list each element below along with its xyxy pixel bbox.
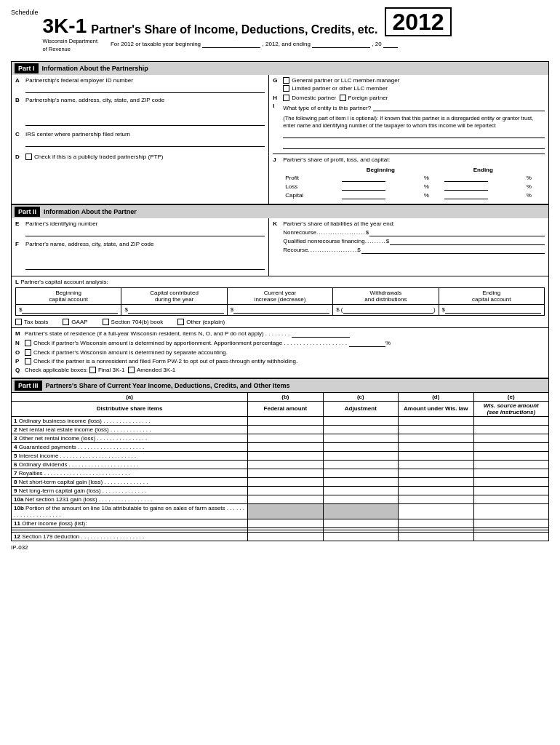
other-label: Other (explain): [186, 319, 225, 325]
row-e-field[interactable]: [25, 228, 265, 236]
tax-basis-checkbox[interactable]: [15, 319, 22, 325]
check-rows-section: M Partner's state of residence (if a ful…: [11, 328, 549, 378]
row-g-opt2: Limited partner or other LLC member: [292, 85, 388, 92]
part1-label: Part I: [15, 63, 39, 73]
form-title: Partner's Share of Income, Deductions, C…: [91, 19, 377, 36]
row-h-opt1: Domestic partner: [292, 95, 336, 101]
row-h-checkbox2[interactable]: [340, 95, 346, 101]
dept-line1: Wisconsin Department: [43, 36, 97, 44]
part2-left: E Partner's identifying number F Partner…: [12, 218, 269, 276]
row-c-field[interactable]: [25, 138, 265, 147]
col-c-label: Adjustment: [345, 405, 377, 412]
table-row: 8 Net short-term capital gain (loss) . .…: [12, 477, 549, 486]
table-row: 9 Net long-term capital gain (loss) . . …: [12, 486, 549, 495]
section704b-checkbox[interactable]: [103, 319, 109, 325]
schedule-label: Schedule: [11, 7, 39, 16]
dept-line2: of Revenue: [43, 44, 97, 52]
row-g-checkbox2[interactable]: [283, 85, 289, 92]
row-h: H Domestic partner Foreign partner: [273, 95, 545, 101]
cap-field5[interactable]: [445, 306, 541, 314]
cap-col2-h1: Capital contributed: [124, 290, 223, 296]
part3-title: Partners's Share of Current Year Income,…: [46, 382, 290, 389]
nonrecourse-dots: .....................$: [316, 229, 369, 236]
cap-col3-h1: Current year: [231, 290, 329, 296]
row-a-field[interactable]: [25, 84, 265, 93]
cap-field3[interactable]: [233, 306, 329, 314]
qualified-label: Qualified nonrecourse financing: [283, 238, 365, 244]
nonrecourse-label: Nonrecourse: [283, 229, 316, 236]
col-e-note: (see instructions): [476, 409, 546, 415]
row-g: G General partner or LLC member-manager …: [273, 77, 545, 93]
row-p: P Check if the partner is a nonresident …: [15, 358, 545, 364]
row-i-field[interactable]: [373, 103, 545, 111]
part2-section: E Partner's identifying number F Partner…: [11, 218, 549, 276]
recourse-label: Recourse: [283, 247, 308, 253]
table-row: 11 Other income (loss) (list):: [12, 519, 549, 527]
row-h-checkbox1[interactable]: [283, 95, 289, 101]
row-b-field[interactable]: [25, 104, 265, 126]
cap-field4[interactable]: [343, 306, 433, 314]
row-o: O Check if partner's Wisconsin amount is…: [15, 349, 545, 356]
part3-label: Part III: [15, 381, 42, 391]
final-label: Final 3K-1: [98, 367, 124, 373]
header-section: Schedule 3K-1 Partner's Share of Income,…: [11, 7, 549, 57]
cap-col2-h2: during the year: [124, 296, 223, 303]
table-row: 4 Guaranteed payments . . . . . . . . . …: [12, 442, 549, 451]
table-row: 3 Other net rental income (loss) . . . .…: [12, 434, 549, 442]
part1-section: A Partnership's federal employer ID numb…: [11, 75, 549, 204]
row-a-text: Partnership's federal employer ID number: [25, 77, 265, 84]
cap-field1[interactable]: [22, 306, 118, 314]
row-p-checkbox[interactable]: [25, 358, 31, 364]
row-d-checkbox[interactable]: [25, 154, 32, 160]
row-l-label: L: [15, 279, 19, 285]
amended-label: Amended 3K-1: [137, 367, 175, 373]
row-n-checkbox[interactable]: [25, 340, 31, 346]
part1-left: A Partnership's federal employer ID numb…: [12, 75, 269, 204]
cap-col5-h1: Ending: [442, 290, 541, 296]
table-row: 6 Ordinary dividends . . . . . . . . . .…: [12, 460, 549, 469]
row-c: C IRS center where partnership filed ret…: [15, 131, 265, 149]
row-f-field1[interactable]: [25, 248, 265, 270]
row-i-text: What type of entity is this partner?: [283, 105, 371, 111]
form-id: IP-032: [11, 544, 28, 551]
part3-header: Part III Partners's Share of Current Yea…: [11, 378, 549, 392]
row-g-checkbox1[interactable]: [283, 77, 289, 84]
table-row: 1 Ordinary business income (loss) . . . …: [12, 416, 549, 425]
cap-col4-h2: and distributions: [336, 296, 435, 303]
form-number: 3K-1: [43, 16, 87, 36]
row-i-sub-field2[interactable]: [283, 140, 545, 149]
row-p-text: Check if the partner is a nonresident an…: [33, 358, 297, 364]
gaap-checkbox[interactable]: [63, 319, 69, 325]
row-n: N Check if partner's Wisconsin amount is…: [15, 340, 545, 347]
row-m-field[interactable]: [292, 330, 350, 338]
row-c-text: IRS center where partnership filed retur…: [25, 131, 265, 138]
row-i-sub-field[interactable]: [283, 130, 545, 138]
cap-col5-h2: capital account: [442, 296, 541, 303]
amended-checkbox[interactable]: [128, 367, 135, 373]
row-n-field[interactable]: [349, 340, 385, 347]
qualified-dots: .........$: [365, 238, 390, 244]
row-j: J Partner's share of profit, loss, and c…: [273, 156, 545, 200]
profit-table: Beginning Ending Profit % % Loss: [283, 166, 545, 200]
row-o-text: Check if partner's Wisconsin amount is d…: [33, 349, 228, 356]
row-l-section: L Partner's capital account analysis: Be…: [11, 276, 549, 328]
row-i: I What type of entity is this partner? (…: [273, 103, 545, 151]
row-h-opt2: Foreign partner: [348, 95, 388, 101]
cap-col1-h2: capital account: [19, 296, 118, 303]
cap-field2[interactable]: [128, 306, 224, 314]
footer: IP-032: [11, 544, 549, 551]
table-row: 10b Portion of the amount on line 10a at…: [12, 503, 549, 519]
table-row: 10a Net section 1231 gain (loss) . . . .…: [12, 495, 549, 503]
row-f: F Partner's name, address, city, state, …: [15, 241, 265, 272]
row-e: E Partner's identifying number: [15, 220, 265, 239]
other-checkbox[interactable]: [177, 319, 184, 325]
row-o-checkbox[interactable]: [25, 349, 31, 356]
table-row: 2 Net rental real estate income (loss) .…: [12, 425, 549, 434]
row-g-opt1: General partner or LLC member-manager: [292, 77, 399, 84]
cap-col3-h2: increase (decrease): [231, 296, 329, 303]
cap-col1-h1: Beginning: [19, 290, 118, 296]
part3-table: (a) (b) (c) (d) (e) Distributive share i…: [11, 392, 549, 541]
final-checkbox[interactable]: [89, 367, 96, 373]
header-bottom: Wisconsin Department of Revenue For 2012…: [43, 36, 452, 52]
row-m: M Partner's state of residence (if a ful…: [15, 330, 545, 338]
